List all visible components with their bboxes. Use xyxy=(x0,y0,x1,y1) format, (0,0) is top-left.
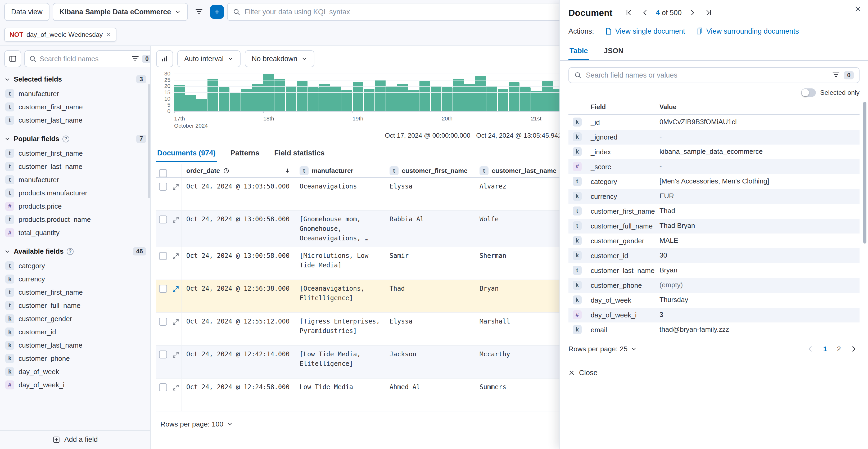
cell-customer-first-name[interactable]: Elyssa xyxy=(385,178,475,210)
cell-manufacturer[interactable]: [Low Tide Media, Elitelligence] xyxy=(295,346,385,378)
histogram-bar[interactable] xyxy=(353,82,363,111)
histogram-bar[interactable] xyxy=(520,87,531,111)
tab-documents[interactable]: Documents (974) xyxy=(156,146,217,162)
cell-order-date[interactable]: Oct 24, 2024 @ 13:03:50.000 xyxy=(182,178,295,210)
sidebar-field-products.price[interactable]: #products.price xyxy=(4,200,146,213)
histogram-bar[interactable] xyxy=(274,79,285,111)
flyout-page-1[interactable]: 1 xyxy=(819,342,831,355)
field-group-header[interactable]: Available fields?46 xyxy=(4,244,146,259)
sidebar-field-customer_phone[interactable]: kcustomer_phone xyxy=(4,352,146,365)
doc-field-row-customer_phone[interactable]: kcustomer_phone(empty) xyxy=(568,278,860,293)
tab-field-statistics[interactable]: Field statistics xyxy=(273,146,326,162)
doc-field-row-customer_full_name[interactable]: tcustomer_full_nameThad Bryan xyxy=(568,219,860,234)
sidebar-field-customer_first_name[interactable]: tcustomer_first_name xyxy=(4,147,146,160)
filter-funnel-icon[interactable] xyxy=(131,55,139,62)
selected-only-toggle[interactable] xyxy=(801,88,816,97)
sidebar-field-customer_last_name[interactable]: tcustomer_last_name xyxy=(4,160,146,173)
flyout-scrollbar[interactable] xyxy=(863,102,866,244)
sidebar-field-category[interactable]: tcategory xyxy=(4,259,146,272)
rows-per-page-dropdown[interactable]: Rows per page: 100 xyxy=(160,420,233,428)
histogram-bar[interactable] xyxy=(241,89,252,111)
histogram-bar[interactable] xyxy=(219,87,229,111)
sidebar-field-customer_first_name[interactable]: tcustomer_first_name xyxy=(4,286,146,299)
column-header-customer_first_name[interactable]: tcustomer_first_name xyxy=(385,164,475,177)
data-view-picker[interactable]: Kibana Sample Data eCommerce xyxy=(53,3,188,21)
flyout-page-2[interactable]: 2 xyxy=(833,342,845,355)
doc-field-row-category[interactable]: tcategory[Men's Accessories, Men's Cloth… xyxy=(568,174,860,189)
doc-field-row-currency[interactable]: kcurrencyEUR xyxy=(568,189,860,204)
histogram-bar[interactable] xyxy=(297,81,308,111)
cell-customer-first-name[interactable]: Rabbia Al xyxy=(385,211,475,247)
doc-field-row-email[interactable]: kemailthad@bryan-family.zzz xyxy=(568,323,860,337)
cell-manufacturer[interactable]: Oceanavigations xyxy=(295,178,385,210)
histogram-bar[interactable] xyxy=(319,84,330,111)
doc-field-row-_ignored[interactable]: k_ignored- xyxy=(568,130,860,145)
add-field-button[interactable]: Add a field xyxy=(0,430,150,449)
histogram-bar[interactable] xyxy=(230,92,241,111)
cell-customer-first-name[interactable]: Thad xyxy=(385,280,475,312)
edit-visualization-button[interactable] xyxy=(156,50,173,67)
doc-field-row-customer_gender[interactable]: kcustomer_genderMALE xyxy=(568,234,860,248)
filter-funnel-icon[interactable] xyxy=(832,71,840,79)
expand-document-button[interactable] xyxy=(170,211,182,247)
histogram-bar[interactable] xyxy=(185,95,196,111)
histogram-bar[interactable] xyxy=(442,87,453,111)
sidebar-field-day_of_week_i[interactable]: #day_of_week_i xyxy=(4,378,146,392)
row-checkbox[interactable] xyxy=(159,252,167,260)
histogram-bar[interactable] xyxy=(531,91,542,111)
doc-field-row-customer_last_name[interactable]: tcustomer_last_nameBryan xyxy=(568,263,860,278)
field-search-input[interactable] xyxy=(40,55,128,63)
view-surrounding-documents-link[interactable]: View surrounding documents xyxy=(696,27,799,35)
add-filter-button[interactable] xyxy=(210,5,224,19)
row-checkbox[interactable] xyxy=(159,285,167,293)
expand-document-button[interactable] xyxy=(170,280,182,312)
cell-customer-first-name[interactable]: Jackson xyxy=(385,346,475,378)
sidebar-field-manufacturer[interactable]: tmanufacturer xyxy=(4,87,146,100)
cell-order-date[interactable]: Oct 24, 2024 @ 12:24:58.000 xyxy=(182,379,295,411)
filter-pill[interactable]: NOT day_of_week: Wednesday xyxy=(4,28,117,41)
tab-json[interactable]: JSON xyxy=(603,42,625,60)
select-all-checkbox[interactable] xyxy=(159,169,167,177)
cell-order-date[interactable]: Oct 24, 2024 @ 13:00:58.000 xyxy=(182,211,295,247)
cell-order-date[interactable]: Oct 24, 2024 @ 13:00:58.000 xyxy=(182,247,295,279)
histogram-bar[interactable] xyxy=(397,84,408,111)
flyout-search-box[interactable]: 0 xyxy=(568,67,860,83)
sidebar-field-currency[interactable]: kcurrency xyxy=(4,272,146,286)
cell-order-date[interactable]: Oct 24, 2024 @ 12:55:12.000 xyxy=(182,313,295,345)
expand-document-button[interactable] xyxy=(170,346,182,378)
doc-field-row-_score[interactable]: #_score- xyxy=(568,159,860,174)
histogram-bar[interactable] xyxy=(453,79,464,111)
histogram-bar[interactable] xyxy=(498,89,508,111)
row-checkbox[interactable] xyxy=(159,318,167,326)
cell-customer-first-name[interactable]: Ahmed Al xyxy=(385,379,475,411)
cell-manufacturer[interactable]: [Tigress Enterprises, Pyramidustries] xyxy=(295,313,385,345)
doc-field-row-_id[interactable]: k_id0MvCvZIB9B3fOMiAU1cl xyxy=(568,115,860,130)
close-flyout-icon[interactable] xyxy=(854,5,862,13)
cell-order-date[interactable]: Oct 24, 2024 @ 12:42:14.000 xyxy=(182,346,295,378)
histogram-bar[interactable] xyxy=(464,84,475,111)
doc-field-row-customer_first_name[interactable]: tcustomer_first_nameThad xyxy=(568,204,860,219)
field-group-header[interactable]: Popular fields?7 xyxy=(4,131,146,147)
tab-table[interactable]: Table xyxy=(568,42,589,60)
doc-field-row-day_of_week[interactable]: kday_of_weekThursday xyxy=(568,293,860,308)
histogram-bar[interactable] xyxy=(475,76,486,111)
column-header-order_date[interactable]: order_date xyxy=(182,164,295,177)
sidebar-field-customer_last_name[interactable]: tcustomer_last_name xyxy=(4,114,146,127)
sidebar-field-customer_gender[interactable]: kcustomer_gender xyxy=(4,312,146,325)
previous-document-button[interactable] xyxy=(639,6,651,19)
first-document-button[interactable] xyxy=(623,6,634,19)
close-flyout-button[interactable]: Close xyxy=(568,368,597,377)
cell-order-date[interactable]: Oct 24, 2024 @ 12:56:38.000 xyxy=(182,280,295,312)
collapse-sidebar-button[interactable] xyxy=(4,50,21,67)
cell-customer-first-name[interactable]: Samir xyxy=(385,247,475,279)
cell-manufacturer[interactable]: [Microlutions, Low Tide Media] xyxy=(295,247,385,279)
sidebar-field-customer_last_name[interactable]: kcustomer_last_name xyxy=(4,338,146,352)
histogram-bar[interactable] xyxy=(420,81,430,111)
row-checkbox[interactable] xyxy=(159,351,167,358)
view-single-document-link[interactable]: View single document xyxy=(605,27,685,35)
expand-document-button[interactable] xyxy=(170,379,182,411)
expand-document-button[interactable] xyxy=(170,247,182,279)
doc-field-row-day_of_week_i[interactable]: #day_of_week_i3 xyxy=(568,308,860,323)
cell-manufacturer[interactable]: [Oceanavigations, Elitelligence] xyxy=(295,280,385,312)
flyout-rows-per-page-dropdown[interactable]: Rows per page: 25 xyxy=(568,345,637,353)
